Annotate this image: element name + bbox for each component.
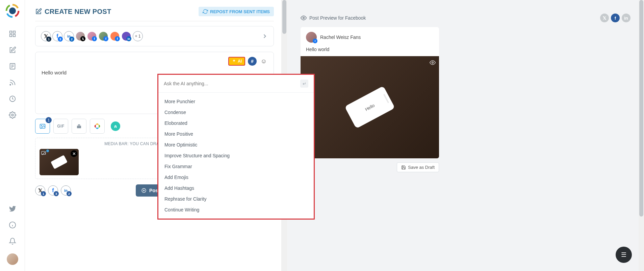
svg-rect-3	[9, 35, 11, 37]
ai-item[interactable]: Add Hashtags	[158, 183, 314, 194]
footer-account-x[interactable]: 𝕏1	[35, 185, 45, 196]
svg-point-0	[9, 7, 16, 14]
svg-point-9	[10, 84, 11, 85]
ai-item[interactable]: More Positive	[158, 129, 314, 139]
emoji-button[interactable]: ☺	[259, 57, 268, 66]
accounts-selector[interactable]: 𝕏1 f3 in2 𝕏 f f f in + 1	[35, 26, 274, 46]
ai-suggestions-list: More Punchier Condense Eloborated More P…	[158, 93, 314, 219]
info-icon[interactable]	[8, 221, 17, 229]
svg-rect-2	[13, 31, 15, 33]
image-button[interactable]: 1	[35, 119, 50, 134]
eye-icon[interactable]	[430, 60, 436, 66]
preview-user-name: Rachel Weisz Fans	[320, 35, 361, 40]
account-fb[interactable]: f3	[52, 31, 62, 41]
library-button[interactable]	[72, 119, 86, 134]
preview-card: f Rachel Weisz Fans Hello world Hello	[301, 27, 439, 158]
chevron-right-icon	[261, 33, 268, 40]
preview-tab-fb[interactable]: f	[611, 14, 620, 22]
save-draft-button[interactable]: Save as Draft	[397, 162, 439, 172]
ai-item[interactable]: Add Emojis	[158, 172, 314, 183]
ai-panel: ↵ More Punchier Condense Eloborated More…	[157, 74, 315, 220]
preview-tab-x[interactable]: 𝕏	[600, 14, 609, 22]
preview-tab-li[interactable]: in	[622, 14, 630, 22]
user-avatar[interactable]	[7, 253, 18, 265]
twitter-icon[interactable]	[8, 205, 17, 213]
account-avatar-4[interactable]: f	[110, 31, 120, 41]
remove-media-button[interactable]: ✕	[71, 150, 77, 157]
bell-icon[interactable]	[8, 237, 17, 245]
fab-menu-button[interactable]: ☰	[616, 247, 632, 263]
account-more[interactable]: + 1	[133, 31, 143, 41]
hashtag-button[interactable]: #	[248, 57, 257, 66]
document-icon[interactable]	[8, 62, 17, 70]
media-thumbnail[interactable]: ✕	[40, 149, 79, 175]
svg-rect-18	[78, 125, 80, 126]
rss-icon[interactable]	[8, 78, 17, 87]
footer-account-li[interactable]: in2	[61, 185, 71, 196]
footer-account-fb[interactable]: f3	[48, 185, 58, 196]
image-count-badge: 1	[46, 117, 52, 123]
upgrade-button[interactable]	[108, 119, 123, 134]
ai-item[interactable]: Rephrase for Clarity	[158, 194, 314, 204]
account-x[interactable]: 𝕏1	[41, 31, 51, 41]
google-photos-button[interactable]	[90, 119, 105, 134]
settings-icon[interactable]	[8, 111, 17, 119]
ai-input[interactable]	[164, 81, 300, 86]
svg-rect-17	[77, 126, 81, 129]
ai-button[interactable]: AI	[228, 57, 245, 66]
preview-text: Hello world	[301, 45, 439, 56]
svg-point-25	[303, 17, 305, 19]
page-title: CREATE NEW POST	[35, 8, 111, 16]
svg-point-26	[432, 62, 434, 64]
account-avatar-1[interactable]: 𝕏	[75, 31, 85, 41]
account-avatar-5[interactable]: in	[121, 31, 131, 41]
svg-point-11	[11, 114, 14, 116]
ai-submit-button[interactable]: ↵	[300, 80, 308, 88]
recycle-icon[interactable]	[8, 95, 17, 103]
ai-item[interactable]: Fix Grammar	[158, 161, 314, 172]
repost-button[interactable]: REPOST FROM SENT ITEMS	[199, 7, 274, 16]
ai-item[interactable]: Eloborated	[158, 118, 314, 129]
account-li[interactable]: in2	[64, 31, 74, 41]
preview-title: Post Preview for Facebook	[301, 15, 366, 21]
account-avatar-3[interactable]: f	[98, 31, 108, 41]
scrollbar-right[interactable]	[639, 0, 644, 271]
ai-item[interactable]: Improve Structure and Spacing	[158, 150, 314, 161]
preview-column: Post Preview for Facebook 𝕏 f in f Rache…	[287, 0, 644, 271]
svg-rect-4	[13, 35, 15, 37]
svg-point-16	[41, 126, 42, 127]
svg-rect-1	[9, 31, 11, 33]
ai-item[interactable]: Condense	[158, 107, 314, 118]
preview-avatar: f	[306, 32, 317, 43]
compose-icon[interactable]	[8, 46, 17, 54]
logo[interactable]	[5, 3, 20, 18]
ai-item[interactable]: More Optimistic	[158, 139, 314, 150]
ai-item[interactable]: Continue Writing	[158, 204, 314, 215]
gif-button[interactable]: GIF	[53, 119, 68, 134]
ai-item[interactable]: More Punchier	[158, 96, 314, 107]
dashboard-icon[interactable]	[8, 30, 17, 38]
sidebar	[0, 0, 25, 271]
account-avatar-2[interactable]: f	[87, 31, 97, 41]
preview-image: Hello	[301, 56, 439, 158]
